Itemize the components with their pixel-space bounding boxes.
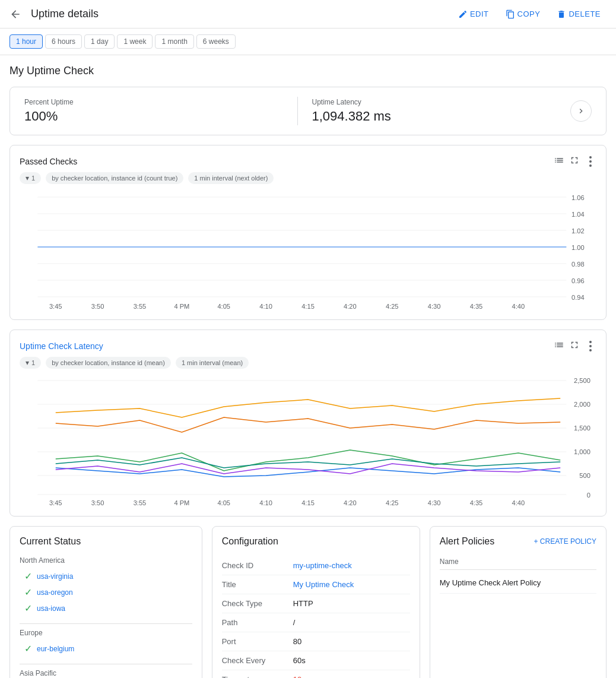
stats-card: Percent Uptime 100% Uptime Latency 1,094… (9, 87, 607, 135)
latency-title: Uptime Check Latency (20, 341, 554, 351)
svg-text:4:15: 4:15 (301, 303, 315, 310)
config-value-check-id[interactable]: my-uptime-check (293, 561, 352, 570)
latency-expand-icon[interactable] (569, 340, 580, 352)
main-content: My Uptime Check Percent Uptime 100% Upti… (0, 55, 616, 678)
configuration-title: Configuration (222, 536, 410, 547)
svg-text:0: 0 (587, 492, 590, 499)
chart-actions (554, 155, 596, 167)
header-actions: EDIT COPY DELETE (452, 6, 607, 23)
alert-policies-title: Alert Policies (440, 536, 494, 547)
time-btn-1week[interactable]: 1 week (117, 34, 153, 49)
status-item-oregon: ✓ usa-oregon (20, 584, 192, 600)
config-row-path: Path / (222, 613, 410, 632)
latency-filter-chip-2[interactable]: by checker location, instance id (mean) (46, 357, 171, 369)
bottom-row: Current Status North America ✓ usa-virgi… (9, 526, 607, 678)
svg-text:3:50: 3:50 (91, 499, 104, 506)
config-row-timeout: Timeout 10s (222, 670, 410, 678)
time-btn-6weeks[interactable]: 6 weeks (196, 34, 236, 49)
percent-uptime-value: 100% (24, 109, 283, 124)
svg-text:4:25: 4:25 (386, 303, 399, 310)
svg-text:1.04: 1.04 (571, 211, 585, 218)
config-row-check-every: Check Every 60s (222, 651, 410, 670)
config-row-port: Port 80 (222, 632, 410, 651)
link-belgium[interactable]: eur-belgium (37, 645, 74, 653)
back-button[interactable] (9, 8, 21, 20)
latency-svg: 2,500 2,000 1,500 1,000 500 0 (20, 376, 596, 506)
config-value-title[interactable]: My Uptime Check (293, 580, 354, 589)
config-label-check-type: Check Type (222, 599, 293, 608)
time-btn-1hour[interactable]: 1 hour (9, 34, 43, 49)
chevron-right-button[interactable] (570, 100, 592, 122)
svg-text:4:10: 4:10 (259, 499, 272, 506)
more-options-button[interactable] (585, 156, 596, 167)
link-oregon[interactable]: usa-oregon (37, 588, 73, 597)
latency-filter-chip-3[interactable]: 1 min interval (mean) (176, 357, 249, 369)
alert-policies-card: Alert Policies + CREATE POLICY Name My U… (430, 526, 607, 678)
config-label-path: Path (222, 618, 293, 627)
list-icon[interactable] (554, 155, 564, 167)
create-policy-button[interactable]: + CREATE POLICY (534, 537, 596, 546)
latency-chart-actions (554, 340, 596, 352)
svg-text:1.06: 1.06 (571, 194, 585, 201)
uptime-latency-label: Uptime Latency (312, 98, 571, 106)
svg-text:4:20: 4:20 (344, 499, 357, 506)
alert-row-0[interactable]: My Uptime Check Alert Policy (440, 572, 596, 594)
svg-text:1.00: 1.00 (571, 244, 585, 251)
svg-text:4 PM: 4 PM (174, 499, 189, 506)
delete-button[interactable]: DELETE (551, 6, 607, 23)
config-label-title: Title (222, 580, 293, 589)
status-item-belgium: ✓ eur-belgium (20, 641, 192, 657)
svg-text:4:35: 4:35 (470, 499, 483, 506)
time-btn-1month[interactable]: 1 month (155, 34, 193, 49)
svg-text:4:35: 4:35 (470, 303, 483, 310)
svg-text:3:55: 3:55 (134, 303, 147, 310)
svg-text:500: 500 (579, 472, 590, 479)
check-icon-oregon: ✓ (24, 587, 32, 598)
link-virginia[interactable]: usa-virginia (37, 572, 73, 581)
status-item-virginia: ✓ usa-virginia (20, 568, 192, 584)
latency-list-icon[interactable] (554, 340, 564, 352)
latency-chart-container: 2,500 2,000 1,500 1,000 500 0 (20, 376, 596, 506)
status-asia-pacific: Asia Pacific ✓ apac-singapore (20, 669, 192, 678)
svg-text:3:50: 3:50 (91, 303, 104, 310)
north-america-label: North America (20, 556, 192, 565)
svg-text:1.02: 1.02 (571, 227, 585, 235)
expand-icon[interactable] (569, 155, 580, 167)
config-value-check-type: HTTP (293, 599, 313, 608)
filter-chip-3[interactable]: 1 min interval (next older) (188, 172, 274, 184)
passed-checks-chart-container: 1.06 1.04 1.02 1.00 0.98 0.96 0.94 3:45 … (20, 191, 596, 310)
svg-text:2,000: 2,000 (574, 401, 590, 408)
latency-header: Uptime Check Latency (20, 340, 596, 352)
svg-text:4:15: 4:15 (301, 499, 315, 506)
copy-button[interactable]: COPY (500, 6, 547, 23)
configuration-card: Configuration Check ID my-uptime-check T… (212, 526, 420, 678)
current-status-title: Current Status (20, 536, 192, 547)
link-iowa[interactable]: usa-iowa (37, 604, 65, 613)
svg-text:1,000: 1,000 (574, 448, 590, 455)
alert-table-header: Name (440, 554, 596, 570)
time-btn-1day[interactable]: 1 day (84, 34, 115, 49)
svg-text:3:45: 3:45 (49, 499, 62, 506)
status-north-america: North America ✓ usa-virginia ✓ usa-orego… (20, 556, 192, 616)
passed-checks-title: Passed Checks (20, 157, 554, 166)
latency-filters: ▾ 1 by checker location, instance id (me… (20, 357, 596, 369)
svg-text:4:40: 4:40 (512, 303, 525, 310)
asia-pacific-label: Asia Pacific (20, 669, 192, 677)
stat-divider (297, 97, 298, 125)
svg-text:4:20: 4:20 (344, 303, 357, 310)
time-btn-6hours[interactable]: 6 hours (45, 34, 82, 49)
config-value-port: 80 (293, 637, 301, 646)
edit-button[interactable]: EDIT (452, 6, 495, 23)
svg-text:0.98: 0.98 (571, 261, 585, 268)
svg-text:4:05: 4:05 (217, 303, 230, 310)
svg-text:3:55: 3:55 (134, 499, 147, 506)
latency-chart-card: Uptime Check Latency ▾ 1 by checker loca… (9, 330, 607, 517)
filter-chip-1[interactable]: ▾ 1 (20, 172, 41, 184)
status-divider-2 (20, 664, 192, 664)
latency-more-options-button[interactable] (585, 340, 596, 352)
svg-text:2,500: 2,500 (574, 377, 590, 384)
filter-chip-2[interactable]: by checker location, instance id (count … (46, 172, 183, 184)
svg-text:4:10: 4:10 (259, 303, 272, 310)
config-value-check-every: 60s (293, 656, 306, 665)
latency-filter-chip-1[interactable]: ▾ 1 (20, 357, 41, 369)
